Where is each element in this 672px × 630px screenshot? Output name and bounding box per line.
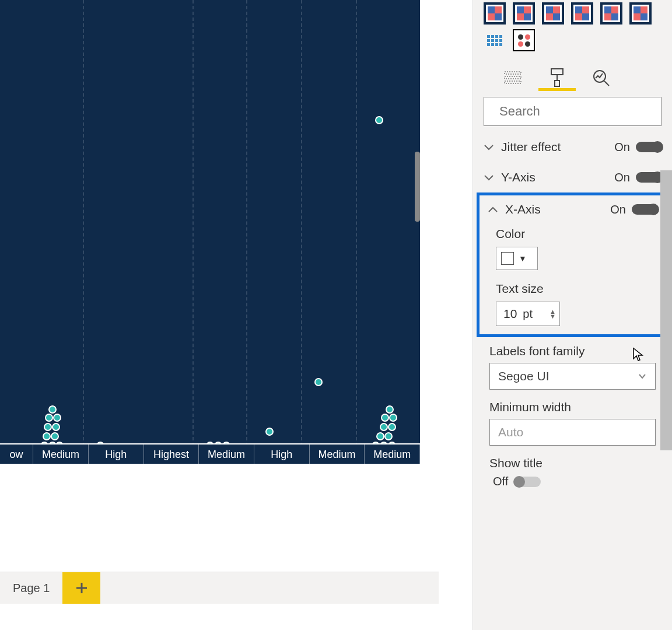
section-label: Jitter effect — [501, 140, 608, 154]
input-value: Auto — [498, 425, 523, 439]
x-axis-tick-label: ow — [0, 444, 33, 464]
data-point[interactable] — [376, 432, 384, 440]
caret-down-icon: ▼ — [519, 254, 527, 263]
section-label: X-Axis — [505, 202, 604, 216]
color-swatch — [501, 252, 514, 265]
toggle-state: On — [610, 203, 626, 216]
dot-plot-visual-tile[interactable] — [513, 29, 535, 51]
custom-visual-tile[interactable] — [513, 2, 535, 24]
data-point[interactable] — [43, 432, 51, 440]
gridline — [83, 0, 84, 464]
plus-icon — [75, 582, 88, 594]
y-axis-section[interactable]: Y-Axis On — [473, 162, 672, 192]
x-axis-section[interactable]: X-Axis On — [480, 195, 666, 221]
x-axis-toggle[interactable] — [632, 204, 659, 215]
custom-visual-tile[interactable] — [542, 2, 564, 24]
minimum-width-input[interactable]: Auto — [489, 419, 656, 446]
x-axis-tick-label: Medium — [199, 444, 254, 464]
x-axis-tick-label: High — [254, 444, 310, 464]
gridline — [192, 0, 194, 464]
page-tab-1[interactable]: Page 1 — [0, 572, 62, 604]
select-value: Segoe UI — [498, 369, 550, 383]
scatter-chart[interactable]: owMediumHighHighestMediumHighMediumMediu… — [0, 0, 420, 464]
data-point[interactable] — [53, 414, 61, 422]
format-tab[interactable] — [545, 64, 569, 91]
data-point[interactable] — [388, 423, 396, 431]
text-size-label: Text size — [480, 276, 666, 299]
format-pane-scrollbar[interactable] — [660, 170, 672, 450]
show-title-toggle[interactable] — [514, 477, 541, 487]
paint-roller-icon — [549, 68, 565, 88]
jitter-effect-section[interactable]: Jitter effect On — [473, 132, 672, 162]
page-tab-bar: Page 1 — [0, 572, 439, 604]
minimum-width-label: Minimum width — [489, 400, 656, 414]
labels-font-label: Labels font family — [489, 344, 656, 358]
spinner-icon[interactable]: ▲▼ — [550, 309, 556, 318]
add-page-button[interactable] — [62, 572, 100, 604]
chevron-down-icon — [482, 171, 495, 184]
data-point[interactable] — [51, 432, 59, 440]
gridline — [246, 0, 247, 464]
svg-rect-1 — [505, 76, 521, 79]
x-axis-text-size-input[interactable]: 10 pt ▲▼ — [496, 302, 560, 326]
data-point[interactable] — [265, 428, 274, 436]
toggle-state: On — [614, 141, 630, 154]
search-input[interactable] — [499, 104, 660, 119]
custom-visual-tile[interactable] — [484, 2, 506, 24]
format-options-list: Jitter effect On Y-Axis On X-Axis — [473, 132, 672, 630]
data-point[interactable] — [52, 423, 60, 431]
show-title-label: Show title — [489, 456, 656, 470]
chevron-up-icon — [487, 203, 499, 216]
toggle-state: On — [614, 171, 630, 184]
svg-rect-2 — [505, 81, 521, 83]
matrix-visual-tile[interactable] — [484, 29, 506, 51]
section-label: Y-Axis — [501, 170, 608, 184]
x-axis-tick-label: Medium — [310, 444, 365, 464]
pane-tab-row — [473, 61, 672, 91]
text-size-unit: pt — [523, 307, 550, 321]
data-point[interactable] — [375, 116, 383, 124]
data-point[interactable] — [384, 432, 393, 440]
data-point[interactable] — [45, 414, 53, 422]
fields-tab[interactable] — [501, 64, 524, 91]
visualizations-pane: Jitter effect On Y-Axis On X-Axis — [473, 0, 672, 630]
toggle-state: Off — [493, 475, 508, 488]
x-axis-tick-label: Highest — [144, 444, 200, 464]
gridline — [356, 0, 357, 464]
analytics-icon — [592, 69, 611, 86]
chart-scrollbar[interactable] — [415, 152, 420, 222]
data-point[interactable] — [48, 405, 57, 414]
x-axis-section-highlighted: X-Axis On Color ▼ Text size 10 pt ▲▼ — [477, 192, 668, 337]
analytics-tab[interactable] — [590, 64, 613, 91]
data-point[interactable] — [389, 414, 397, 422]
svg-rect-0 — [505, 72, 521, 74]
format-search-box[interactable] — [484, 97, 662, 126]
x-axis-labels: owMediumHighHighestMediumHighMediumMediu… — [0, 443, 420, 464]
x-axis-tick-label: Medium — [365, 444, 420, 464]
jitter-toggle[interactable] — [636, 142, 663, 152]
canvas-gutter — [439, 0, 473, 630]
chevron-down-icon — [638, 372, 647, 381]
x-axis-color-picker[interactable]: ▼ — [496, 247, 538, 270]
text-size-value: 10 — [503, 307, 517, 321]
data-point[interactable] — [314, 378, 323, 386]
custom-visual-tile[interactable] — [629, 2, 652, 24]
custom-visual-tile[interactable] — [600, 2, 622, 24]
color-label: Color — [480, 221, 666, 244]
fields-icon — [503, 69, 522, 86]
svg-point-4 — [594, 71, 606, 82]
data-point[interactable] — [386, 405, 394, 414]
report-canvas[interactable]: owMediumHighHighestMediumHighMediumMediu… — [0, 0, 473, 630]
y-axis-toggle[interactable] — [636, 172, 663, 183]
gridline — [301, 0, 302, 464]
data-point[interactable] — [380, 423, 388, 431]
visual-gallery — [473, 0, 672, 61]
x-axis-tick-label: Medium — [33, 444, 89, 464]
chevron-down-icon — [482, 141, 495, 153]
svg-rect-3 — [551, 69, 563, 75]
data-point[interactable] — [381, 414, 389, 422]
data-point[interactable] — [44, 423, 52, 431]
labels-font-select[interactable]: Segoe UI — [489, 363, 656, 390]
x-axis-tick-label: High — [89, 444, 144, 464]
custom-visual-tile[interactable] — [571, 2, 593, 24]
